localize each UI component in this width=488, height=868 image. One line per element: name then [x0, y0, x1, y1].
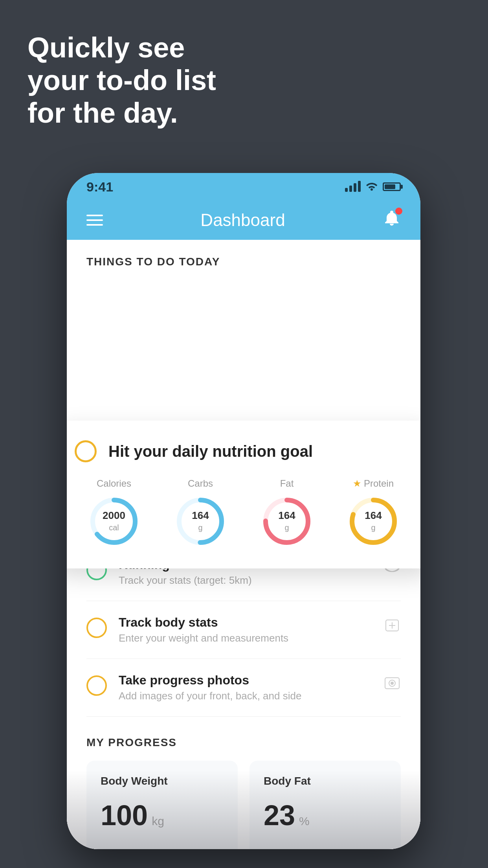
nutrition-carbs: Carbs 164g — [161, 478, 240, 549]
progress-section-title: MY PROGRESS — [86, 736, 401, 749]
fat-donut: 164g — [259, 494, 314, 549]
battery-icon — [383, 182, 401, 191]
calories-donut: 2000cal — [86, 494, 141, 549]
status-bar: 9:41 — [67, 173, 420, 200]
nutrition-protein: ★ Protein 164g — [334, 478, 413, 549]
photos-title: Take progress photos — [119, 673, 372, 688]
nutrition-calories: Calories 2000cal — [75, 478, 153, 549]
hero-text: Quickly see your to-do list for the day. — [28, 31, 216, 129]
notification-button[interactable] — [383, 209, 401, 231]
nutrition-card: Hit your daily nutrition goal Calories — [67, 421, 420, 568]
notification-badge — [395, 208, 402, 215]
app-header: Dashboard — [67, 200, 420, 240]
header-title: Dashboard — [200, 210, 285, 230]
body-fat-chart — [264, 839, 387, 849]
protein-value: 164g — [365, 510, 382, 532]
body-stats-check[interactable] — [86, 618, 107, 638]
carbs-donut: 164g — [173, 494, 228, 549]
scale-icon — [383, 617, 401, 638]
body-fat-number: 23 — [264, 799, 295, 831]
phone-content: THINGS TO DO TODAY Hit your daily nutrit… — [67, 240, 420, 849]
phone-frame: 9:41 — [67, 173, 420, 849]
body-weight-card: Body Weight 100 kg — [86, 761, 238, 849]
hero-line1: Quickly see — [28, 31, 216, 64]
carbs-value: 164g — [192, 510, 209, 532]
status-icons — [345, 180, 401, 193]
star-icon: ★ — [353, 478, 361, 489]
svg-point-14 — [391, 682, 393, 684]
protein-label: ★ Protein — [353, 478, 394, 489]
progress-section: MY PROGRESS Body Weight 100 kg — [67, 717, 420, 849]
body-weight-title: Body Weight — [101, 775, 224, 787]
card-header: Hit your daily nutrition goal — [75, 440, 413, 462]
nutrition-card-title: Hit your daily nutrition goal — [108, 443, 313, 460]
body-weight-chart — [101, 839, 224, 849]
body-weight-value: 100 kg — [101, 799, 224, 831]
nutrition-check-circle[interactable] — [75, 440, 97, 462]
menu-button[interactable] — [86, 215, 103, 226]
calories-value: 2000cal — [103, 510, 125, 532]
todo-list: Running Track your stats (target: 5km) — [67, 543, 420, 717]
fat-value: 164g — [278, 510, 295, 532]
running-subtitle: Track your stats (target: 5km) — [119, 574, 372, 587]
calories-label: Calories — [97, 478, 131, 489]
todo-body-stats[interactable]: Track body stats Enter your weight and m… — [86, 601, 401, 659]
body-weight-number: 100 — [101, 799, 148, 831]
wifi-icon — [365, 180, 378, 193]
todo-photos[interactable]: Take progress photos Add images of your … — [86, 659, 401, 717]
body-stats-subtitle: Enter your weight and measurements — [119, 632, 372, 644]
nutrition-grid: Calories 2000cal C — [75, 478, 413, 549]
fat-label: Fat — [280, 478, 294, 489]
body-fat-value: 23 % — [264, 799, 387, 831]
body-fat-card: Body Fat 23 % — [250, 761, 401, 849]
photo-icon — [383, 675, 401, 696]
things-section-title: THINGS TO DO TODAY — [86, 256, 401, 268]
nutrition-fat: Fat 164g — [248, 478, 326, 549]
status-time: 9:41 — [86, 179, 113, 195]
photos-subtitle: Add images of your front, back, and side — [119, 690, 372, 702]
hero-line3: for the day. — [28, 97, 216, 129]
body-fat-unit: % — [299, 815, 310, 828]
phone-mockup: 9:41 — [67, 173, 420, 849]
body-weight-unit: kg — [152, 815, 164, 828]
photos-check[interactable] — [86, 675, 107, 696]
photos-text: Take progress photos Add images of your … — [119, 673, 372, 702]
protein-donut: 164g — [346, 494, 401, 549]
body-stats-text: Track body stats Enter your weight and m… — [119, 615, 372, 644]
carbs-label: Carbs — [188, 478, 213, 489]
hero-line2: your to-do list — [28, 64, 216, 97]
body-stats-title: Track body stats — [119, 615, 372, 630]
body-fat-title: Body Fat — [264, 775, 387, 787]
things-header: THINGS TO DO TODAY — [67, 240, 420, 288]
progress-cards: Body Weight 100 kg — [86, 761, 401, 849]
signal-icon — [345, 182, 361, 192]
